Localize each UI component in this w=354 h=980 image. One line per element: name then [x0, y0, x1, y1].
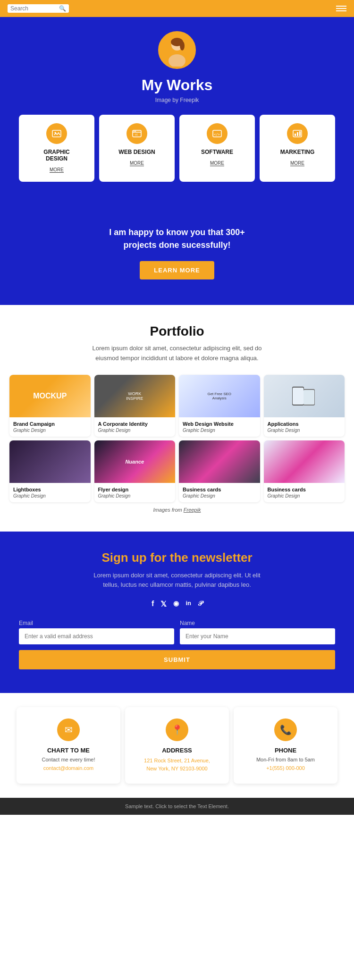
- portfolio-item-1-title: Brand Campaign: [13, 421, 87, 427]
- svg-text:</>: </>: [214, 133, 220, 136]
- web-design-title: WEB DESIGN: [105, 149, 169, 155]
- contact-card-phone: 📞 PHONE Mon-Fri from 8am to 5am +1(555) …: [234, 707, 337, 784]
- services-grid: GRAPHICDESIGN MORE UI WEB DESIGN MORE <: [9, 115, 345, 196]
- portfolio-item-6-title: Flyer design: [98, 487, 172, 492]
- graphic-design-icon: [46, 123, 67, 144]
- portfolio-title: Portfolio: [9, 324, 345, 339]
- portfolio-image-2: WORKINSPIRE: [94, 375, 176, 417]
- svg-text:UI: UI: [135, 133, 138, 136]
- newsletter-title: Sign up for the newsletter: [19, 550, 335, 565]
- name-input[interactable]: [180, 628, 335, 644]
- portfolio-item-8-category: Graphic Design: [268, 493, 341, 498]
- svg-rect-17: [299, 131, 301, 136]
- spacer: [0, 291, 354, 305]
- portfolio-item-8-title: Business cards: [268, 487, 341, 492]
- marketing-icon: [287, 123, 308, 144]
- portfolio-grid-row1: MOCKUP Brand Campaign Graphic Design WOR…: [9, 375, 345, 437]
- svg-point-10: [135, 131, 136, 132]
- web-design-more[interactable]: MORE: [130, 161, 144, 166]
- contact-card-address: 📍 ADDRESS 121 Rock Street, 21 Avenue,New…: [125, 707, 229, 784]
- portfolio-item-2-category: Graphic Design: [98, 428, 172, 433]
- portfolio-image-8: [264, 440, 345, 483]
- address-contact-icon: 📍: [166, 718, 188, 741]
- portfolio-item-2-title: A Corporate Identity: [98, 421, 172, 427]
- portfolio-item-7: Business cards Graphic Design: [179, 440, 260, 502]
- hero-subtitle: Image by Freepik: [9, 97, 345, 103]
- svg-rect-20: [293, 388, 303, 405]
- stats-section: I am happy to know you that 300+projects…: [0, 215, 354, 291]
- portfolio-image-1: MOCKUP: [9, 375, 91, 417]
- stats-text: I am happy to know you that 300+projects…: [19, 226, 335, 252]
- marketing-more[interactable]: MORE: [290, 161, 304, 166]
- footer-text: Sample text. Click to select the Text El…: [125, 803, 229, 809]
- learn-more-button[interactable]: LEARN MORE: [140, 261, 214, 279]
- portfolio-item-4-category: Graphic Design: [268, 428, 341, 433]
- search-icon: 🔍: [59, 5, 66, 12]
- portfolio-image-5: [9, 440, 91, 483]
- contact-email-link[interactable]: contact@domain.com: [24, 764, 113, 772]
- email-contact-icon: ✉: [57, 718, 80, 741]
- contact-phone-title: PHONE: [241, 747, 330, 754]
- graphic-design-more[interactable]: MORE: [50, 167, 64, 173]
- search-box[interactable]: 🔍: [8, 4, 69, 13]
- portfolio-item-5-title: Lightboxes: [13, 487, 87, 492]
- service-card-marketing: MARKETING MORE: [260, 115, 335, 182]
- svg-point-9: [134, 131, 135, 132]
- portfolio-section: Portfolio Lorem ipsum dolor sit amet, co…: [0, 305, 354, 532]
- svg-rect-21: [303, 390, 314, 405]
- web-design-icon: UI: [126, 123, 147, 144]
- portfolio-item-6: Nuance Flyer design Graphic Design: [94, 440, 176, 502]
- service-card-web: UI WEB DESIGN MORE: [99, 115, 175, 182]
- contact-address-title: ADDRESS: [133, 747, 221, 754]
- portfolio-image-6: Nuance: [94, 440, 176, 483]
- marketing-title: MARKETING: [265, 149, 329, 155]
- svg-point-6: [55, 132, 56, 134]
- portfolio-item-5-category: Graphic Design: [13, 493, 87, 498]
- name-label: Name: [180, 620, 335, 626]
- software-more[interactable]: MORE: [210, 161, 224, 166]
- newsletter-form-row: Email Name: [19, 620, 335, 644]
- hamburger-menu[interactable]: [336, 6, 346, 11]
- pinterest-icon[interactable]: 𝒫: [198, 600, 202, 608]
- portfolio-item-5: Lightboxes Graphic Design: [9, 440, 91, 502]
- portfolio-image-4: [264, 375, 345, 417]
- portfolio-item-8: Business cards Graphic Design: [264, 440, 345, 502]
- portfolio-item-7-title: Business cards: [183, 487, 256, 492]
- social-icons: f 𝕏 ◉ in 𝒫: [19, 600, 335, 608]
- contact-address-detail[interactable]: 121 Rock Street, 21 Avenue,New York, NY …: [133, 757, 221, 772]
- submit-button[interactable]: SUBMIT: [19, 650, 335, 669]
- portfolio-item-4: Applications Graphic Design: [264, 375, 345, 437]
- footer: Sample text. Click to select the Text El…: [0, 798, 354, 815]
- contact-section: ✉ CHART TO ME Contact me every time! con…: [0, 693, 354, 798]
- portfolio-image-3: Get Free SEOAnalysis: [179, 375, 260, 417]
- svg-rect-15: [295, 134, 296, 136]
- avatar: [158, 31, 196, 69]
- newsletter-section: Sign up for the newsletter Lorem ipsum d…: [0, 532, 354, 693]
- facebook-icon[interactable]: f: [152, 600, 154, 608]
- contact-email-subtitle: Contact me every time!: [24, 757, 113, 762]
- search-input[interactable]: [10, 5, 59, 12]
- service-card-software: </> SOFTWARE MORE: [179, 115, 255, 182]
- portfolio-item-1: MOCKUP Brand Campaign Graphic Design: [9, 375, 91, 437]
- instagram-icon[interactable]: ◉: [173, 600, 179, 608]
- email-label: Email: [19, 620, 174, 626]
- linkedin-icon[interactable]: in: [185, 600, 191, 608]
- portfolio-item-3-category: Graphic Design: [183, 428, 256, 433]
- name-form-group: Name: [180, 620, 335, 644]
- email-input[interactable]: [19, 628, 174, 644]
- svg-point-4: [180, 41, 185, 51]
- newsletter-description: Lorem ipsum dolor sit amet, consectetur …: [92, 571, 262, 591]
- portfolio-image-7: [179, 440, 260, 483]
- portfolio-item-3: Get Free SEOAnalysis Web Design Website …: [179, 375, 260, 437]
- svg-rect-16: [297, 132, 298, 136]
- hero-section: My Works Image by Freepik GRAPHICDESIGN …: [0, 17, 354, 215]
- portfolio-item-3-title: Web Design Website: [183, 421, 256, 427]
- portfolio-item-4-title: Applications: [268, 421, 341, 427]
- contact-phone-link[interactable]: +1(555) 000-000: [241, 764, 330, 772]
- portfolio-item-6-category: Graphic Design: [98, 493, 172, 498]
- portfolio-note: Images from Freepik: [9, 507, 345, 513]
- portfolio-item-7-category: Graphic Design: [183, 493, 256, 498]
- twitter-icon[interactable]: 𝕏: [160, 600, 167, 608]
- freepik-link[interactable]: Freepik: [184, 507, 201, 513]
- portfolio-item-1-category: Graphic Design: [13, 428, 87, 433]
